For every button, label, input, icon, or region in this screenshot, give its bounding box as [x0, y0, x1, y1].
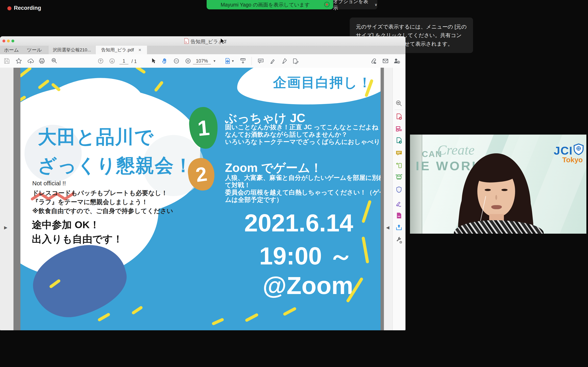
add-user-icon[interactable]: [393, 58, 400, 64]
flyer-join-line2: 出入りも自由です！: [32, 233, 123, 246]
yellow-dash: [20, 68, 32, 78]
event-datetime-block: 2021.6.14 19:00 ～ @Zoom: [204, 209, 353, 323]
tab-document-active[interactable]: 告知用_ビラ.pdf ×: [95, 46, 147, 54]
right-panel-strip: ◀: [384, 68, 393, 330]
chevron-down-icon: ∨: [375, 2, 377, 7]
email-icon[interactable]: [382, 58, 389, 64]
section-1-number: 1: [197, 115, 211, 141]
star-icon[interactable]: [15, 58, 22, 64]
pdf-page[interactable]: 企画目白押し！ 大田と品川で ざっくり懇親会！ Not official !! …: [20, 68, 380, 330]
jci-logo-city: Tokyo: [562, 156, 583, 164]
fill-sign-tool-icon[interactable]: [292, 58, 299, 64]
hand-tool-icon[interactable]: [161, 58, 168, 64]
background-wall-edge: [410, 134, 422, 234]
maximize-window-button[interactable]: [11, 40, 14, 42]
fit-page-caret-icon[interactable]: ▾: [232, 59, 234, 63]
yellow-dash: [362, 236, 369, 264]
backdrop-slogan-script: Create: [437, 142, 475, 158]
section-2-line: 委員会の垣根を越えて白熱しちゃってください！（ゲー: [225, 189, 380, 196]
tab-home[interactable]: ホーム: [0, 46, 23, 54]
page-number-input[interactable]: 1: [120, 58, 129, 64]
select-tool-icon[interactable]: [150, 58, 156, 64]
tab-document-inactive[interactable]: 沢田選挙公報210...: [48, 46, 95, 54]
person-nose-shadow: [495, 195, 497, 200]
tools-sidebar: [392, 68, 406, 330]
flyer-title-line2: ざっくり懇親会！: [38, 153, 193, 178]
zoom-out-icon[interactable]: [173, 58, 180, 64]
create-pdf-tool-icon[interactable]: [395, 113, 403, 120]
flyer-note: ドレスコードもバッチもプレートも必要なし！: [32, 189, 168, 197]
section-1-line: 固いことなんか抜き！正直 JC ってこんなとこだよね: [225, 124, 378, 131]
screen-share-banner-text: Mayumi Yago の画面を表示しています: [221, 1, 310, 8]
mouse-cursor-icon: [220, 38, 226, 45]
fit-page-icon[interactable]: [224, 58, 231, 64]
hide-toolbar-icon[interactable]: [240, 58, 246, 64]
document-pane: 企画目白押し！ 大田と品川で ざっくり懇親会！ Not official !! …: [13, 68, 384, 330]
zoom-caret-icon[interactable]: ▾: [214, 59, 215, 63]
flyer-note: 『ラフ』をテーマに懇親会しましょう！: [32, 198, 148, 206]
section-2-number: 2: [194, 162, 208, 186]
sign-pen-tool-icon[interactable]: [281, 58, 288, 64]
yellow-dash: [362, 200, 372, 223]
window-titlebar: 告知用_ビラ.pdf: [0, 36, 406, 46]
tab-bar: ホーム ツール 沢田選挙公報210... 告知用_ビラ.pdf ×: [0, 46, 406, 54]
find-tool-icon[interactable]: [395, 100, 403, 107]
zoom-in-icon[interactable]: [185, 58, 191, 64]
scan-ocr-tool-icon[interactable]: [395, 174, 403, 181]
webcam-video[interactable]: CAN Create IE WORLD JCI Tokyo: [410, 134, 586, 234]
share-cloud-icon[interactable]: [27, 58, 34, 64]
left-panel-strip: ▶: [0, 68, 14, 330]
person-eye-right: [502, 189, 508, 191]
jci-logo-text: JCI: [554, 144, 573, 157]
share-link-icon[interactable]: [370, 58, 377, 64]
more-tools-icon[interactable]: [395, 236, 403, 244]
event-date: 2021.6.14: [244, 209, 353, 237]
yellow-dash: [154, 81, 164, 92]
tab-tools[interactable]: ツール: [23, 46, 46, 54]
acrobat-window: 告知用_ビラ.pdf ホーム ツール 沢田選挙公報210... 告知用_ビラ.p…: [0, 36, 406, 330]
previous-page-icon[interactable]: [97, 58, 104, 64]
collapse-right-panel-button[interactable]: ◀: [386, 225, 389, 230]
yellow-dash: [135, 68, 146, 74]
section-2-line: ムは全部予定です）: [225, 196, 283, 203]
save-icon[interactable]: [3, 58, 10, 64]
flyer-note: Not official !!: [32, 180, 66, 187]
fill-sign-panel-icon[interactable]: [395, 200, 403, 207]
compress-pdf-tool-icon[interactable]: [395, 212, 403, 219]
share-options-label: オプションを表示: [333, 0, 372, 11]
flyer-join-line1: 途中参加 OK！: [32, 218, 100, 232]
close-window-button[interactable]: [2, 40, 5, 42]
organize-pages-tool-icon[interactable]: [395, 162, 403, 169]
search-icon[interactable]: [51, 58, 58, 64]
section-1-line: いろいろなトークテーマでざっくばらんにおしゃべり！: [225, 138, 380, 146]
section-2-line: 人狼、大富豪、麻雀と自分がしたいゲームを部屋に別れ: [225, 174, 380, 182]
comment-tool-icon[interactable]: [257, 58, 264, 64]
section-2-title: Zoom でゲーム！: [225, 160, 322, 176]
zoom-level-input[interactable]: 107%: [193, 58, 211, 64]
yellow-dash: [38, 79, 50, 90]
recording-label: Recording: [14, 5, 41, 11]
screen: Recording Mayumi Yago の画面を表示しています オプションを…: [0, 0, 588, 367]
jci-shield-icon: [573, 143, 584, 155]
next-page-icon[interactable]: [109, 58, 116, 64]
tab-close-icon[interactable]: ×: [138, 47, 141, 53]
print-icon[interactable]: [38, 58, 45, 64]
edit-pdf-tool-icon[interactable]: [395, 125, 403, 132]
send-share-tool-icon[interactable]: [395, 224, 403, 231]
protect-tool-icon[interactable]: [395, 186, 403, 193]
main-toolbar: 1 / 1 107% ▾ ▾: [0, 54, 406, 68]
recording-dot-icon: [7, 6, 11, 10]
person-mouth: [491, 205, 502, 209]
share-options-button[interactable]: オプションを表示 ∨: [333, 0, 377, 9]
highlighter-tool-icon[interactable]: [269, 58, 276, 64]
minimize-window-button[interactable]: [7, 40, 10, 42]
expand-left-panel-button[interactable]: ▶: [4, 225, 7, 230]
export-pdf-tool-icon[interactable]: [395, 137, 403, 144]
yellow-dash: [97, 313, 111, 322]
yellow-dash: [131, 306, 143, 315]
pdf-file-icon: [184, 38, 189, 44]
flyer-corner-badge: 企画目白押し！: [265, 73, 380, 92]
section-2-line: て対戦！: [225, 182, 251, 189]
event-time: 19:00 ～: [259, 240, 353, 273]
comment-panel-icon[interactable]: [395, 150, 403, 157]
